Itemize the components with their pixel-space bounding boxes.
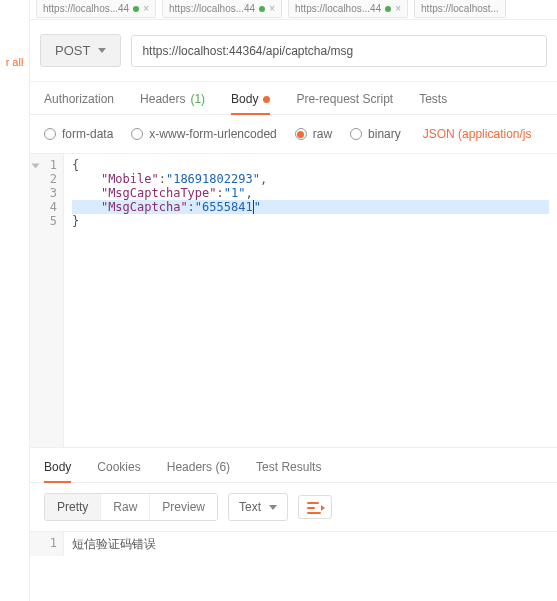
- status-dot-icon: [385, 6, 391, 12]
- tab-label: https://localhos...44: [295, 3, 381, 14]
- body-opt-form-data[interactable]: form-data: [44, 127, 113, 141]
- wrap-lines-button[interactable]: [298, 495, 332, 519]
- body-opt-raw[interactable]: raw: [295, 127, 332, 141]
- open-tab-2[interactable]: https://localhos...44 ×: [288, 0, 408, 18]
- resp-headers-count: (6): [215, 460, 230, 474]
- request-tabs: Authorization Headers (1) Body Pre-reque…: [30, 82, 557, 115]
- view-preview-button[interactable]: Preview: [150, 494, 217, 520]
- dirty-dot-icon: [263, 96, 270, 103]
- wrap-icon: [307, 500, 323, 514]
- status-dot-icon: [133, 6, 139, 12]
- sidebar: r all: [0, 0, 30, 601]
- chevron-down-icon: [98, 48, 106, 53]
- body-options: form-data x-www-form-urlencoded raw bina…: [30, 115, 557, 154]
- open-tab-3[interactable]: https://localhost...: [414, 0, 506, 18]
- response-body[interactable]: 1 短信验证码错误: [30, 532, 557, 556]
- open-tab-1[interactable]: https://localhos...44 ×: [162, 0, 282, 18]
- tab-label: https://localhos...44: [169, 3, 255, 14]
- chevron-down-icon: [269, 505, 277, 510]
- radio-icon: [131, 128, 143, 140]
- response-code: 短信验证码错误: [64, 532, 557, 556]
- response-tabs: Body Cookies Headers (6) Test Results: [30, 448, 557, 483]
- request-body-editor[interactable]: 1 2 3 4 5 { "Mobile":"18691802293", "Msg…: [30, 154, 557, 448]
- request-line: POST: [30, 20, 557, 82]
- response-gutter: 1: [30, 532, 64, 556]
- radio-icon: [44, 128, 56, 140]
- close-icon[interactable]: ×: [269, 3, 275, 14]
- view-mode-group: Pretty Raw Preview: [44, 493, 218, 521]
- sidebar-filter-label[interactable]: r all: [0, 56, 29, 68]
- response-toolbar: Pretty Raw Preview Text: [30, 483, 557, 532]
- method-select[interactable]: POST: [40, 34, 121, 67]
- headers-count: (1): [190, 92, 205, 106]
- open-tab-0[interactable]: https://localhos...44 ×: [36, 0, 156, 18]
- url-input[interactable]: [131, 35, 547, 67]
- resp-tab-headers[interactable]: Headers (6): [167, 460, 230, 474]
- tab-tests[interactable]: Tests: [419, 92, 447, 106]
- editor-gutter: 1 2 3 4 5: [30, 154, 64, 447]
- tab-prerequest[interactable]: Pre-request Script: [296, 92, 393, 106]
- body-opt-binary[interactable]: binary: [350, 127, 401, 141]
- status-dot-icon: [259, 6, 265, 12]
- main-panel: https://localhos...44 × https://localhos…: [30, 0, 557, 601]
- radio-icon: [350, 128, 362, 140]
- tab-headers[interactable]: Headers (1): [140, 92, 205, 106]
- radio-checked-icon: [295, 128, 307, 140]
- tab-label: https://localhos...44: [43, 3, 129, 14]
- close-icon[interactable]: ×: [143, 3, 149, 14]
- content-type-select[interactable]: JSON (application/js: [423, 127, 532, 141]
- method-label: POST: [55, 43, 90, 58]
- body-opt-urlencoded[interactable]: x-www-form-urlencoded: [131, 127, 276, 141]
- tab-label: https://localhost...: [421, 3, 499, 14]
- tab-body[interactable]: Body: [231, 92, 270, 106]
- close-icon[interactable]: ×: [395, 3, 401, 14]
- open-tabs: https://localhos...44 × https://localhos…: [30, 0, 557, 20]
- resp-tab-body[interactable]: Body: [44, 460, 71, 474]
- resp-tab-test-results[interactable]: Test Results: [256, 460, 321, 474]
- resp-tab-cookies[interactable]: Cookies: [97, 460, 140, 474]
- view-raw-button[interactable]: Raw: [101, 494, 150, 520]
- view-pretty-button[interactable]: Pretty: [45, 494, 101, 520]
- tab-authorization[interactable]: Authorization: [44, 92, 114, 106]
- format-select[interactable]: Text: [228, 493, 288, 521]
- editor-code[interactable]: { "Mobile":"18691802293", "MsgCaptchaTyp…: [64, 154, 557, 447]
